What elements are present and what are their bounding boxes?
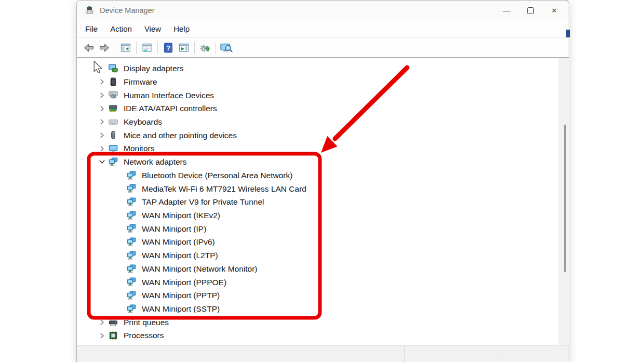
tree-item[interactable]: WAN Miniport (PPTP) xyxy=(77,289,558,302)
chevron-right-icon[interactable] xyxy=(97,103,107,114)
hid-icon xyxy=(107,90,119,100)
titlebar: Device Manager — ✕ xyxy=(77,1,569,20)
tree-item[interactable]: WAN Miniport (IP) xyxy=(77,222,558,236)
update-driver-icon xyxy=(199,43,211,53)
network-adapter-icon xyxy=(125,223,138,234)
monitor-icon xyxy=(107,143,119,154)
keyboard-icon xyxy=(107,117,119,127)
window-title: Device Manager xyxy=(100,6,155,15)
network-adapter-icon xyxy=(125,170,138,181)
forward-button[interactable] xyxy=(97,41,112,55)
scan-hardware-button[interactable] xyxy=(219,41,234,55)
tree-item[interactable]: WAN Miniport (PPPOE) xyxy=(77,276,558,289)
tree-item-label: MediaTek Wi-Fi 6 MT7921 Wireless LAN Car… xyxy=(142,185,306,193)
chevron-right-icon[interactable] xyxy=(97,117,107,127)
tree-item-label: WAN Miniport (IP) xyxy=(142,225,206,233)
firmware-icon xyxy=(107,77,119,87)
menu-help[interactable]: Help xyxy=(167,24,196,33)
network-adapter-icon xyxy=(125,210,138,221)
toolbar-separator xyxy=(216,42,216,54)
forward-icon xyxy=(99,43,110,53)
chevron-right-icon[interactable] xyxy=(97,330,107,341)
chevron-right-icon[interactable] xyxy=(97,130,107,140)
back-icon xyxy=(83,43,95,53)
maximize-button[interactable] xyxy=(518,1,542,20)
toolbar-separator xyxy=(115,42,115,54)
status-bar xyxy=(77,345,569,362)
help-button[interactable]: ? xyxy=(160,41,176,55)
menu-file[interactable]: File xyxy=(79,24,104,33)
minimize-button[interactable]: — xyxy=(494,1,518,20)
scrollbar-thumb[interactable] xyxy=(564,125,566,272)
menu-bar: File Action View Help xyxy=(77,20,569,38)
processor-icon xyxy=(107,330,119,341)
tree-item-label: Firmware xyxy=(124,78,157,86)
properties-button[interactable] xyxy=(139,41,155,55)
network-adapter-icon xyxy=(125,304,138,314)
menu-view[interactable]: View xyxy=(138,24,167,33)
network-adapter-icon xyxy=(125,237,138,247)
tree-item-label: Display adapters xyxy=(124,64,183,73)
show-console-tree-icon xyxy=(120,43,131,53)
tree-item-label: Keyboards xyxy=(124,118,162,126)
tree-item[interactable]: MediaTek Wi-Fi 6 MT7921 Wireless LAN Car… xyxy=(77,182,558,195)
tree-item[interactable]: Processors xyxy=(77,329,558,342)
close-button[interactable]: ✕ xyxy=(542,1,566,20)
tree-item-label: IDE ATA/ATAPI controllers xyxy=(124,104,217,113)
chevron-right-icon[interactable] xyxy=(97,317,107,328)
tree-item-label: Mice and other pointing devices xyxy=(124,131,237,140)
menu-action[interactable]: Action xyxy=(104,24,138,33)
tree-item[interactable]: WAN Miniport (IPv6) xyxy=(77,235,558,249)
status-bar-divider xyxy=(502,346,502,362)
network-adapter-icon xyxy=(125,277,138,287)
tree-item[interactable]: WAN Miniport (IKEv2) xyxy=(77,209,558,222)
tree-item[interactable]: WAN Miniport (L2TP) xyxy=(77,249,558,262)
device-tree: Display adaptersFirmwareHuman Interface … xyxy=(77,58,558,345)
chevron-right-icon[interactable] xyxy=(97,77,107,87)
svg-text:?: ? xyxy=(166,45,170,52)
tree-item[interactable]: TAP Adapter V9 for Private Tunnel xyxy=(77,195,558,209)
toolbar-separator xyxy=(157,42,158,54)
tree-item-label: TAP Adapter V9 for Private Tunnel xyxy=(142,198,264,206)
show-action-pane-button[interactable] xyxy=(176,41,192,55)
toolbar: ? xyxy=(77,38,569,58)
network-adapter-icon xyxy=(125,197,138,207)
chevron-right-icon[interactable] xyxy=(97,90,107,100)
help-icon: ? xyxy=(164,43,173,53)
maximize-icon xyxy=(527,7,534,14)
network-adapter-icon xyxy=(107,157,119,167)
tree-item[interactable]: Mice and other pointing devices xyxy=(77,129,558,142)
chevron-right-icon[interactable] xyxy=(97,143,107,154)
tree-item[interactable]: Firmware xyxy=(77,75,558,89)
tree-item[interactable]: Print queues xyxy=(77,316,558,329)
tree-item-label: WAN Miniport (SSTP) xyxy=(142,305,220,313)
network-adapter-icon xyxy=(125,290,138,301)
tree-item[interactable]: Network adapters xyxy=(77,155,558,169)
toolbar-separator xyxy=(194,42,195,54)
tree-item[interactable]: WAN Miniport (SSTP) xyxy=(77,302,558,316)
tree-item-label: Monitors xyxy=(124,144,154,153)
tree-item[interactable]: WAN Miniport (Network Monitor) xyxy=(77,262,558,276)
tree-item[interactable]: Monitors xyxy=(77,142,558,155)
tree-item-label: Bluetooth Device (Personal Area Network) xyxy=(142,171,292,180)
back-button[interactable] xyxy=(81,41,97,55)
tree-item[interactable]: Human Interface Devices xyxy=(77,88,558,102)
close-icon: ✕ xyxy=(552,7,557,14)
vertical-scrollbar[interactable] xyxy=(558,58,568,345)
minimize-icon: — xyxy=(503,7,510,14)
tree-item[interactable]: Bluetooth Device (Personal Area Network) xyxy=(77,169,558,182)
show-action-pane-icon xyxy=(179,43,189,53)
tree-item[interactable]: Display adapters xyxy=(77,62,558,75)
properties-icon xyxy=(142,43,152,53)
tree-item[interactable]: IDE ATA/ATAPI controllers xyxy=(77,102,558,115)
chevron-down-icon[interactable] xyxy=(97,157,107,167)
network-adapter-icon xyxy=(125,264,138,274)
mouse-icon xyxy=(107,130,119,140)
update-driver-button[interactable] xyxy=(197,41,213,55)
tree-item-label: Network adapters xyxy=(124,158,186,166)
tree-item-label: Print queues xyxy=(124,318,169,327)
tree-item[interactable]: Keyboards xyxy=(77,115,558,129)
desktop: Device Manager — ✕ File Action View Help… xyxy=(0,0,644,362)
printer-icon xyxy=(107,317,119,328)
show-console-tree-button[interactable] xyxy=(118,41,133,55)
